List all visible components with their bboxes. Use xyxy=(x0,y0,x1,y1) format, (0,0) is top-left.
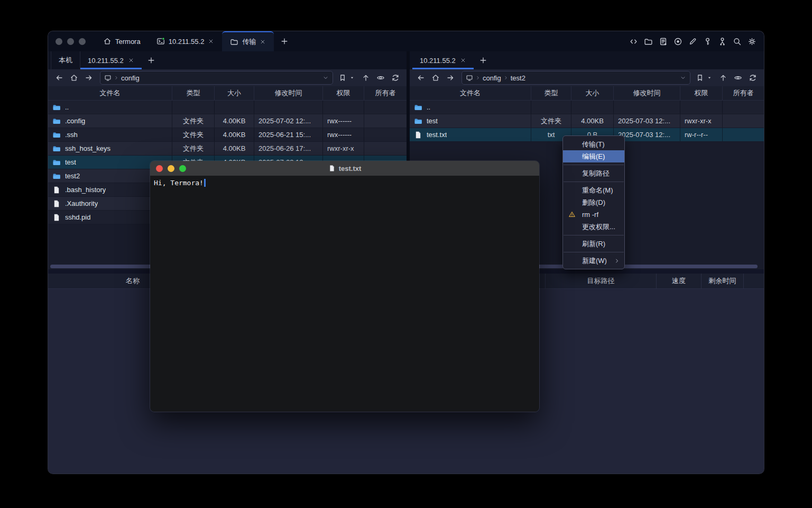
keychain-icon[interactable] xyxy=(718,37,727,46)
menu-item-transfer[interactable]: 传输(T) xyxy=(563,138,624,150)
bookmark-button[interactable] xyxy=(337,71,348,84)
table-row[interactable]: ssh_host_keys文件夹4.00KB2025-06-26 17:...r… xyxy=(48,142,407,156)
path-field[interactable]: config xyxy=(100,71,333,85)
code-icon[interactable] xyxy=(629,37,638,46)
table-row[interactable]: .. xyxy=(410,101,764,114)
chevron-right-icon xyxy=(475,75,481,80)
tab-label: Termora xyxy=(115,38,141,46)
chevron-down-icon[interactable] xyxy=(680,75,686,81)
breadcrumb[interactable]: test2 xyxy=(511,74,525,82)
column-header-filename[interactable]: 文件名 xyxy=(48,86,172,100)
column-header-target-path[interactable]: 目标路径 xyxy=(545,274,656,288)
bookmark-menu-button[interactable] xyxy=(706,71,713,84)
menu-item-chmod[interactable]: 更改权限... xyxy=(563,221,624,233)
tab-transfer[interactable]: 传输 xyxy=(222,31,274,51)
chevron-down-icon[interactable] xyxy=(322,75,329,81)
arrow-right-icon xyxy=(85,74,93,82)
tab-remote-host[interactable]: 10.211.55.2 xyxy=(412,51,474,69)
close-icon[interactable] xyxy=(128,57,134,64)
up-directory-button[interactable] xyxy=(716,71,730,84)
column-header-filename[interactable]: 文件名 xyxy=(410,86,531,100)
back-button[interactable] xyxy=(52,71,66,84)
file-name: .. xyxy=(427,103,430,111)
log-icon[interactable] xyxy=(659,37,668,46)
table-row[interactable]: .config文件夹4.00KB2025-07-02 12:...rwx----… xyxy=(48,114,407,128)
editor-content[interactable]: Hi, Termora! xyxy=(150,176,539,412)
column-header-size[interactable]: 大小 xyxy=(571,86,614,100)
folder-icon xyxy=(52,131,61,139)
close-icon[interactable] xyxy=(208,38,214,44)
menu-item-new[interactable]: 新建(W) xyxy=(563,255,624,267)
menu-item-edit[interactable]: 编辑(E) xyxy=(563,150,624,162)
breadcrumb[interactable]: config xyxy=(483,74,501,82)
path-field[interactable]: config test2 xyxy=(462,71,690,85)
column-header-mtime[interactable]: 修改时间 xyxy=(614,86,680,100)
close-window-button[interactable] xyxy=(56,38,62,45)
menu-item-rm-rf[interactable]: rm -rf xyxy=(563,208,624,221)
new-tab-button[interactable] xyxy=(274,31,295,51)
home-button[interactable] xyxy=(429,71,442,84)
menu-item-copy-path[interactable]: 复制路径 xyxy=(563,167,624,179)
breadcrumb[interactable]: config xyxy=(121,74,140,82)
column-header-perm[interactable]: 权限 xyxy=(680,86,723,100)
editor-text: Hi, Termora! xyxy=(154,179,204,187)
arrow-left-icon xyxy=(55,74,63,82)
minimize-window-button[interactable] xyxy=(67,38,74,45)
eye-icon xyxy=(734,74,742,82)
window-controls xyxy=(48,31,95,51)
column-header-perm[interactable]: 权限 xyxy=(323,86,364,100)
edit-icon[interactable] xyxy=(688,37,697,46)
editor-titlebar[interactable]: test.txt xyxy=(150,161,539,176)
file-name: .ssh xyxy=(65,131,78,139)
search-icon[interactable] xyxy=(733,37,742,46)
record-icon[interactable] xyxy=(673,37,682,46)
add-panel-tab-button[interactable] xyxy=(142,51,161,69)
tab-termora-home[interactable]: Termora xyxy=(95,31,149,51)
tab-ssh-session[interactable]: 10.211.55.2 xyxy=(149,31,223,51)
table-row[interactable]: test文件夹4.00KB2025-07-03 12:...rwxr-xr-x xyxy=(410,114,764,128)
menu-item-rename[interactable]: 重命名(M) xyxy=(563,184,624,196)
column-header-mtime[interactable]: 修改时间 xyxy=(254,86,323,100)
arrow-right-icon xyxy=(446,74,455,82)
column-header-type[interactable]: 类型 xyxy=(172,86,215,100)
plus-icon xyxy=(147,56,155,65)
show-hidden-button[interactable] xyxy=(731,71,745,84)
tab-remote-host[interactable]: 10.211.55.2 xyxy=(80,51,142,69)
key-icon[interactable] xyxy=(703,37,712,46)
home-button[interactable] xyxy=(67,71,81,84)
show-hidden-button[interactable] xyxy=(374,71,387,84)
menu-item-refresh[interactable]: 刷新(R) xyxy=(563,238,624,250)
refresh-button[interactable] xyxy=(746,71,760,84)
bookmark-menu-button[interactable] xyxy=(348,71,356,84)
column-header-owner[interactable]: 所有者 xyxy=(723,86,764,100)
close-icon[interactable] xyxy=(260,39,266,45)
tab-local-machine[interactable]: 本机 xyxy=(51,51,80,69)
context-menu: 传输(T) 编辑(E) 复制路径 重命名(M) 删除(D) rm -rf 更改权… xyxy=(562,135,625,269)
column-header-remaining-time[interactable]: 剩余时间 xyxy=(701,274,743,288)
zoom-window-button[interactable] xyxy=(79,38,86,45)
file-owner-cell xyxy=(723,128,764,141)
table-row[interactable]: .ssh文件夹4.00KB2025-06-21 15:...rwx------ xyxy=(48,128,407,142)
close-icon[interactable] xyxy=(460,57,466,64)
file-owner-cell xyxy=(364,142,407,155)
column-header-speed[interactable]: 速度 xyxy=(656,274,701,288)
settings-icon[interactable] xyxy=(748,37,756,46)
bookmark-button[interactable] xyxy=(695,71,705,84)
submenu-arrow-icon xyxy=(614,258,620,264)
up-directory-button[interactable] xyxy=(359,71,373,84)
back-button[interactable] xyxy=(414,71,428,84)
folder-icon xyxy=(52,103,61,112)
menu-item-delete[interactable]: 删除(D) xyxy=(563,196,624,208)
titlebar-actions xyxy=(629,31,756,51)
file-mtime-cell xyxy=(254,101,323,114)
column-header-type[interactable]: 类型 xyxy=(531,86,571,100)
column-header-owner[interactable]: 所有者 xyxy=(364,86,407,100)
folder-icon[interactable] xyxy=(644,37,653,46)
add-panel-tab-button[interactable] xyxy=(474,51,493,69)
refresh-button[interactable] xyxy=(389,71,402,84)
file-name: .config xyxy=(65,117,85,125)
forward-button[interactable] xyxy=(444,71,457,84)
table-row[interactable]: .. xyxy=(48,101,407,114)
forward-button[interactable] xyxy=(82,71,96,84)
column-header-size[interactable]: 大小 xyxy=(215,86,254,100)
